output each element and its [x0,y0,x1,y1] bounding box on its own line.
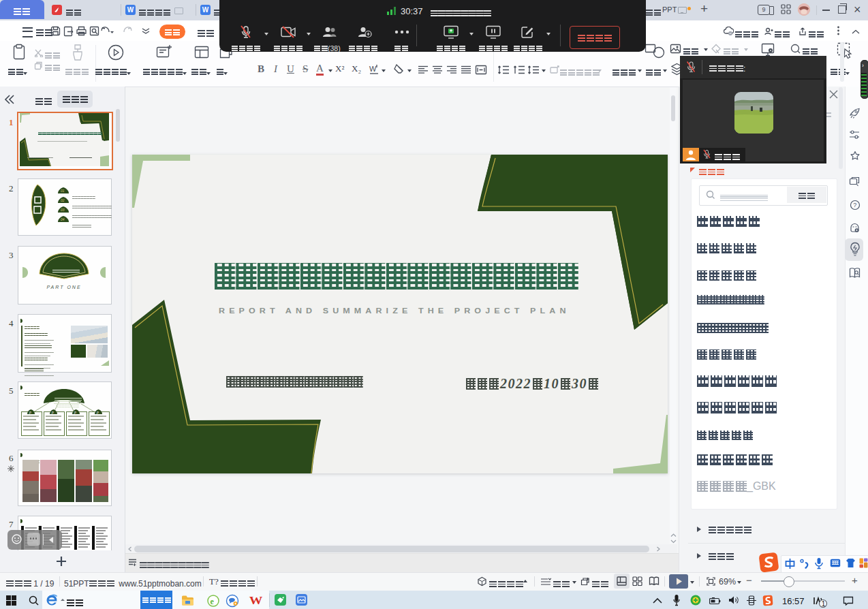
svg-text:e: e [211,597,215,606]
svg-text:PART ONE: PART ONE [46,285,81,290]
svg-text:03: 03 [61,208,65,212]
svg-text:p: p [29,410,31,414]
svg-text:W: W [369,65,377,73]
svg-text:1: 1 [822,600,826,608]
svg-text:p: p [74,410,76,414]
svg-text:02: 02 [61,198,65,202]
svg-text:?: ? [853,202,856,208]
svg-text:04: 04 [61,217,65,221]
svg-text:01: 01 [61,189,65,193]
svg-text:p: p [96,410,99,414]
svg-text:p: p [51,410,54,414]
